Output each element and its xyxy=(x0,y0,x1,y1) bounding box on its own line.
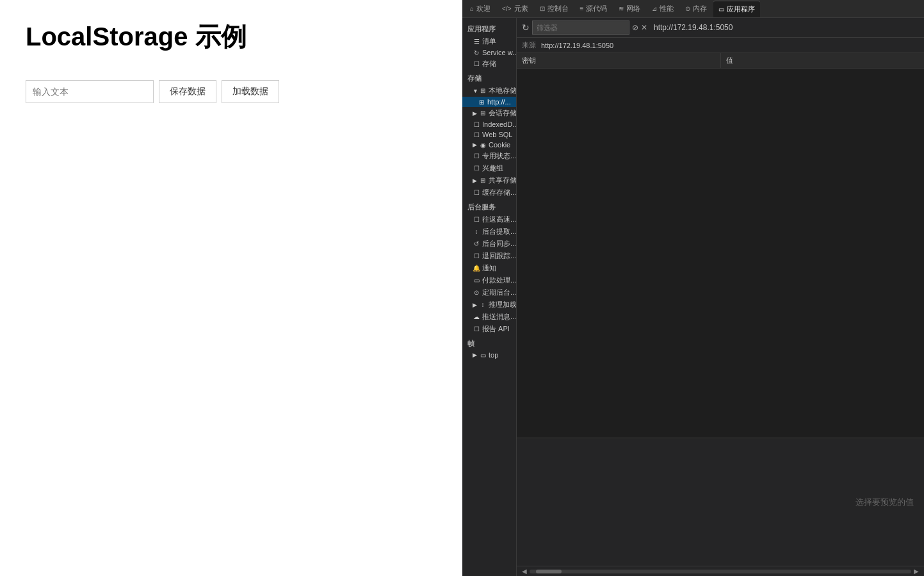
devtools-panel: ⌂ 欢迎 </> 元素 ⊡ 控制台 ≡ 源代码 ≋ 网络 ⊿ 性能 ⊙ 内存 ▭ xyxy=(462,0,924,576)
push-icon: ☁ xyxy=(473,313,480,320)
scroll-right-icon[interactable]: ▶ xyxy=(914,568,919,575)
interest-groups-icon: ☐ xyxy=(473,165,480,172)
cache-storage-icon: ☐ xyxy=(473,189,480,196)
section-app: 应用程序 xyxy=(462,21,516,35)
tab-welcome[interactable]: ⌂ 欢迎 xyxy=(465,1,496,17)
scroll-track[interactable] xyxy=(530,570,911,573)
sidebar-item-bg-sync[interactable]: ↺ 后台同步... xyxy=(462,238,516,250)
bg-fetch-icon: ↕ xyxy=(473,228,480,235)
indexeddb-icon: ☐ xyxy=(473,121,480,128)
url-display: http://172.19.48.1:5050 xyxy=(650,22,736,33)
col-key: 密钥 xyxy=(517,53,721,68)
welcome-icon: ⌂ xyxy=(470,5,474,12)
expand-arrow-frame: ▶ xyxy=(473,352,478,358)
text-input[interactable] xyxy=(26,80,154,103)
console-icon: ⊡ xyxy=(540,5,545,12)
localstorage-icon: ⊞ xyxy=(479,87,487,94)
sidebar-item-notifications[interactable]: 🔔 通知 xyxy=(462,262,516,274)
save-button[interactable]: 保存数据 xyxy=(159,80,216,103)
sidebar-item-bfcache[interactable]: ☐ 往返高速... xyxy=(462,213,516,226)
filter-clear-icon[interactable]: ⊘ xyxy=(632,23,638,32)
tab-application[interactable]: ▭ 应用程序 xyxy=(713,1,760,17)
source-row: 来源 http://172.19.48.1:5050 xyxy=(517,38,924,53)
bounce-tracking-icon: ☐ xyxy=(473,252,480,259)
sidebar-item-payment[interactable]: ▭ 付款处理... xyxy=(462,274,516,286)
section-frames: 帧 xyxy=(462,335,516,350)
network-icon: ≋ xyxy=(619,5,624,12)
sessionstorage-icon: ⊞ xyxy=(479,110,487,117)
tab-console[interactable]: ⊡ 控制台 xyxy=(535,1,574,17)
speculation-icon: ↕ xyxy=(479,301,487,308)
storage-table: 密钥 值 xyxy=(517,53,924,438)
sidebar-item-frame-top[interactable]: ▶ ▭ top xyxy=(462,350,516,360)
preview-placeholder: 选择要预览的值 xyxy=(855,497,914,508)
refresh-icon[interactable]: ↻ xyxy=(522,22,530,33)
cookie-icon: ◉ xyxy=(479,142,487,149)
section-storage: 存储 xyxy=(462,70,516,85)
sidebar-item-reporting[interactable]: ☐ 报告 API xyxy=(462,323,516,335)
bg-sync-icon: ↺ xyxy=(473,240,480,247)
storage-overview-icon: ☐ xyxy=(473,60,480,67)
sidebar-item-sessionstorage[interactable]: ▶ ⊞ 会话存储 xyxy=(462,107,516,119)
sidebar-item-push[interactable]: ☁ 推送消息... xyxy=(462,311,516,323)
sidebar-item-serviceworker[interactable]: ↻ Service w... xyxy=(462,47,516,58)
table-body xyxy=(517,69,924,438)
sidebar-item-localstorage[interactable]: ▼ ⊞ 本地存储 xyxy=(462,85,516,97)
application-icon: ▭ xyxy=(718,6,724,13)
source-value: http://172.19.48.1:5050 xyxy=(541,42,613,49)
section-backend: 后台服务 xyxy=(462,199,516,213)
tab-memory[interactable]: ⊙ 内存 xyxy=(680,1,712,17)
scroll-left-icon[interactable]: ◀ xyxy=(522,568,527,575)
sidebar-item-indexeddb[interactable]: ☐ IndexedD... xyxy=(462,119,516,129)
sidebar-item-shared-storage[interactable]: ▶ ⊞ 共享存储... xyxy=(462,174,516,186)
devtools-sidebar: 应用程序 ☰ 清单 ↻ Service w... ☐ 存储 存储 ▼ ⊞ 本地存… xyxy=(462,18,517,576)
sources-icon: ≡ xyxy=(580,5,584,12)
sidebar-item-cookies[interactable]: ▶ ◉ Cookie xyxy=(462,140,516,150)
websql-icon: ☐ xyxy=(473,131,480,138)
tab-performance[interactable]: ⊿ 性能 xyxy=(647,1,679,17)
expand-arrow-ls: ▼ xyxy=(473,88,478,94)
filter-input[interactable] xyxy=(532,21,629,35)
payment-icon: ▭ xyxy=(473,277,480,284)
tab-elements[interactable]: </> 元素 xyxy=(497,1,533,17)
sidebar-item-manifest[interactable]: ☰ 清单 xyxy=(462,35,516,47)
scrollbar-area: ◀ ▶ xyxy=(517,566,924,576)
filter-close-icon[interactable]: ✕ xyxy=(641,23,647,32)
tab-sources[interactable]: ≡ 源代码 xyxy=(575,1,613,17)
sidebar-item-storage[interactable]: ☐ 存储 xyxy=(462,58,516,70)
devtools-main-area: 应用程序 ☰ 清单 ↻ Service w... ☐ 存储 存储 ▼ ⊞ 本地存… xyxy=(462,18,924,576)
sidebar-item-localstorage-origin[interactable]: ⊞ http://... xyxy=(462,97,516,107)
bfcache-icon: ☐ xyxy=(473,216,480,223)
controls-row: 保存数据 加载数据 xyxy=(26,80,437,103)
tab-network[interactable]: ≋ 网络 xyxy=(613,1,645,17)
serviceworker-icon: ↻ xyxy=(473,49,480,56)
periodic-bg-icon: ⊙ xyxy=(473,289,480,296)
webpage-panel: LocalStorage 示例 保存数据 加载数据 xyxy=(0,0,462,576)
devtools-content: ↻ ⊘ ✕ http://172.19.48.1:5050 来源 http://… xyxy=(517,18,924,576)
sidebar-item-cache-storage[interactable]: ☐ 缓存存储... xyxy=(462,186,516,199)
sidebar-item-bounce-tracking[interactable]: ☐ 退回跟踪... xyxy=(462,250,516,262)
sidebar-item-speculation[interactable]: ▶ ↕ 推理加载... xyxy=(462,299,516,311)
private-state-icon: ☐ xyxy=(473,152,480,160)
sidebar-item-interest-groups[interactable]: ☐ 兴趣组 xyxy=(462,162,516,174)
memory-icon: ⊙ xyxy=(685,5,690,12)
load-button[interactable]: 加载数据 xyxy=(222,80,279,103)
sidebar-item-websql[interactable]: ☐ Web SQL xyxy=(462,129,516,140)
notifications-icon: 🔔 xyxy=(473,265,480,272)
performance-icon: ⊿ xyxy=(652,5,657,12)
preview-area: 选择要预览的值 xyxy=(517,438,924,566)
expand-arrow-spec: ▶ xyxy=(473,302,478,308)
sidebar-item-periodic-bg[interactable]: ⊙ 定期后台... xyxy=(462,286,516,299)
sidebar-item-private-state[interactable]: ☐ 专用状态... xyxy=(462,150,516,162)
source-label: 来源 xyxy=(522,40,536,50)
table-header: 密钥 值 xyxy=(517,53,924,69)
sidebar-item-bg-fetch[interactable]: ↕ 后台提取... xyxy=(462,226,516,238)
devtools-tab-bar: ⌂ 欢迎 </> 元素 ⊡ 控制台 ≡ 源代码 ≋ 网络 ⊿ 性能 ⊙ 内存 ▭ xyxy=(462,0,924,18)
expand-arrow-cookie: ▶ xyxy=(473,142,478,148)
elements-icon: </> xyxy=(502,5,511,12)
ls-origin-icon: ⊞ xyxy=(478,99,485,106)
frame-icon: ▭ xyxy=(479,352,487,359)
page-title: LocalStorage 示例 xyxy=(26,19,437,54)
expand-arrow-ss: ▶ xyxy=(473,110,478,117)
col-value: 值 xyxy=(721,53,925,68)
